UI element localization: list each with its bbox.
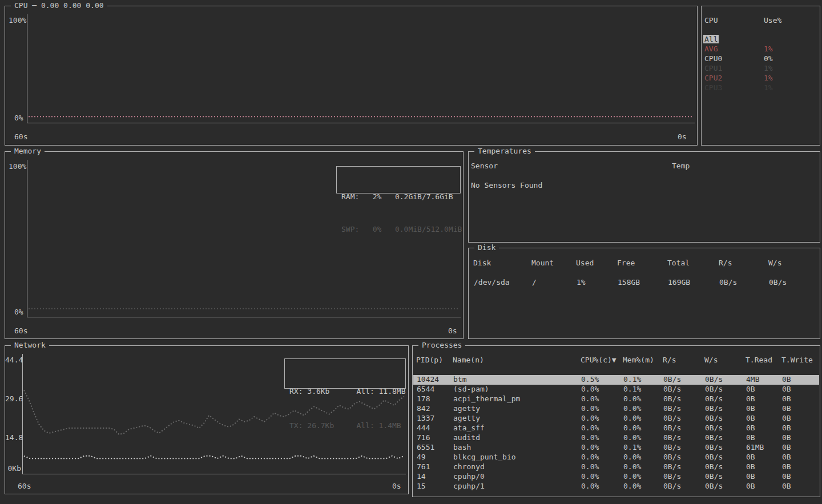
cpu-legend-row[interactable]: CPU1 1% [702,64,820,74]
process-cell-ws: 0B/s [705,414,723,422]
process-row[interactable]: 716 auditd 0.0% 0.0% 0B/s 0B/s 0B 0B [413,433,819,443]
process-cell-pid: 6544 [417,385,434,393]
temperatures-panel: Temperatures Sensor Temp No Sensors Foun… [468,151,820,243]
process-cell-ws: 0B/s [705,462,723,471]
process-row[interactable]: 178 acpi_thermal_pm 0.0% 0.0% 0B/s 0B/s … [413,394,819,404]
memory-y-max-label: 100% [9,162,26,171]
process-row[interactable]: 444 ata_sff 0.0% 0.0% 0B/s 0B/s 0B 0B [413,424,819,433]
processes-panel: Processes PID(p) Name(n) CPU%(c)▼ Mem%(m… [412,345,820,497]
memory-panel: Memory 100% 0% RAM: 2% 0.2GiB/7.6GiB SWP… [5,151,464,339]
process-cell-rs: 0B/s [663,443,681,451]
disk-header-ws[interactable]: W/s [768,259,781,267]
process-cell-twrite: 0B [782,443,791,451]
processes-header-cpu-sort[interactable]: CPU%(c)▼ [581,356,616,364]
process-row[interactable]: 842 agetty 0.0% 0.0% 0B/s 0B/s 0B 0B [413,404,819,414]
process-cell-mem: 0.0% [623,433,641,442]
process-cell-name: (sd-pam) [453,385,489,393]
network-legend: RX: 3.6Kb All: 11.8MB TX: 26.7Kb All: 1.… [284,358,406,389]
disk-header-free[interactable]: Free [617,259,635,267]
disk-header-disk[interactable]: Disk [473,259,491,267]
process-cell-twrite: 0B [782,394,791,403]
cpu-x-left-label: 60s [14,132,27,141]
temperatures-panel-title: Temperatures [474,147,535,155]
process-cell-name: btm [453,375,466,384]
process-cell-rs: 0B/s [663,462,681,471]
process-cell-tread: 0B [746,385,755,393]
process-cell-ws: 0B/s [705,482,723,490]
process-row[interactable]: 6544 (sd-pam) 0.0% 0.1% 0B/s 0B/s 0B 0B [413,385,819,394]
memory-x-left-label: 60s [14,326,27,335]
disk-header-rs[interactable]: R/s [719,259,732,267]
cpu-legend-header-cpu: CPU [704,16,718,25]
disk-header-mount[interactable]: Mount [531,259,554,267]
network-panel-title: Network [11,341,49,349]
process-cell-mem: 0.0% [623,462,641,471]
processes-header-ws[interactable]: W/s [704,356,718,364]
processes-header-tread[interactable]: T.Read [746,356,772,364]
process-cell-name: chronyd [453,462,485,471]
process-cell-twrite: 0B [782,433,791,442]
processes-panel-title: Processes [418,341,465,349]
process-cell-twrite: 0B [782,375,791,384]
cpu-legend-row[interactable]: CPU2 1% [702,74,820,83]
process-cell-rs: 0B/s [663,482,681,490]
disk-panel-title: Disk [474,243,499,252]
process-row[interactable]: 761 chronyd 0.0% 0.0% 0B/s 0B/s 0B 0B [413,462,819,472]
process-cell-pid: 10424 [417,375,439,384]
process-cell-pid: 15 [417,482,426,490]
cpu-legend-row-use: 1% [764,64,773,72]
cpu-legend-row-name: CPU1 [704,64,722,72]
processes-header-twrite[interactable]: T.Write [781,356,813,364]
process-cell-cpu: 0.0% [581,453,599,461]
cpu-x-right-label: 0s [678,132,687,141]
process-cell-rs: 0B/s [663,385,681,393]
process-cell-name: blkcg_punt_bio [453,453,516,461]
process-cell-tread: 0B [746,472,755,481]
processes-header-pid[interactable]: PID(p) [416,356,443,364]
disk-header-used[interactable]: Used [576,259,594,267]
cpu-legend-row[interactable]: All [702,35,820,45]
process-cell-cpu: 0.0% [581,472,599,481]
disk-row[interactable]: /dev/sda / 1% 158GB 169GB 0B/s 0B/s [469,278,819,288]
cpu-legend-panel: CPU Use% All AVG 1% CPU0 0% [701,6,820,146]
process-cell-pid: 14 [417,472,426,481]
cpu-legend-row-name: CPU0 [704,54,722,63]
process-cell-pid: 761 [417,462,430,471]
processes-header-rs[interactable]: R/s [663,356,676,364]
cpu-legend-row[interactable]: CPU3 1% [702,83,820,93]
memory-legend-swap: SWP: 0% 0.0MiB/512.0MiB [337,224,460,235]
process-cell-twrite: 0B [782,404,791,413]
process-cell-twrite: 0B [782,472,791,481]
process-cell-pid: 49 [417,453,426,461]
process-cell-twrite: 0B [782,462,791,471]
disk-cell-disk: /dev/sda [474,278,510,287]
process-cell-name: acpi_thermal_pm [453,394,520,403]
process-cell-tread: 4MB [746,375,759,384]
process-row[interactable]: 15 cpuhp/1 0.0% 0.0% 0B/s 0B/s 0B 0B [413,482,819,491]
cpu-legend-row[interactable]: AVG 1% [702,45,820,54]
cpu-legend-row-name: CPU3 [704,83,722,92]
process-row[interactable]: 14 cpuhp/0 0.0% 0.0% 0B/s 0B/s 0B 0B [413,472,819,482]
process-cell-tread: 0B [746,482,755,490]
process-cell-tread: 0B [746,433,755,442]
process-row[interactable]: 6551 bash 0.0% 0.1% 0B/s 0B/s 61MB 0B [413,443,819,453]
process-row[interactable]: 10424 btm 0.5% 0.1% 0B/s 0B/s 4MB 0B [413,375,819,385]
disk-cell-ws: 0B/s [769,278,787,287]
disk-header-row: Disk Mount Used Free Total R/s W/s [469,259,820,268]
process-row[interactable]: 1337 agetty 0.0% 0.0% 0B/s 0B/s 0B 0B [413,414,819,424]
temperatures-header-sensor[interactable]: Sensor [471,162,498,170]
processes-rows: 10424 btm 0.5% 0.1% 0B/s 0B/s 4MB 0B 654… [413,375,819,491]
process-cell-cpu: 0.0% [581,394,599,403]
process-cell-twrite: 0B [782,414,791,422]
processes-header-name[interactable]: Name(n) [453,356,484,364]
cpu-legend-row[interactable]: CPU0 0% [702,54,820,64]
process-row[interactable]: 49 blkcg_punt_bio 0.0% 0.0% 0B/s 0B/s 0B… [413,453,819,462]
network-y-tick-4: 0Kb [5,464,21,473]
processes-header-row: PID(p) Name(n) CPU%(c)▼ Mem%(m) R/s W/s … [413,356,820,365]
process-cell-twrite: 0B [782,385,791,393]
process-cell-mem: 0.1% [623,375,641,384]
disk-header-total[interactable]: Total [667,259,690,267]
processes-header-mem[interactable]: Mem%(m) [623,356,654,364]
temperatures-header-temp[interactable]: Temp [672,162,690,170]
network-legend-rx: RX: 3.6Kb All: 11.8MB [285,386,405,397]
